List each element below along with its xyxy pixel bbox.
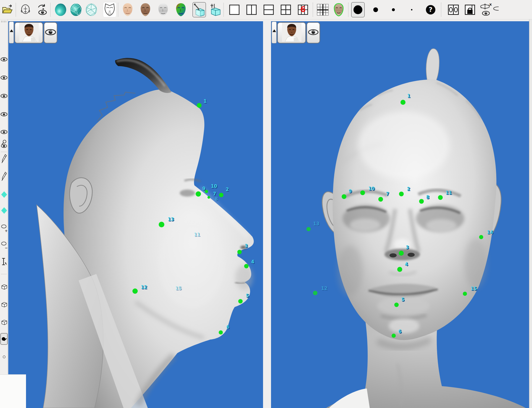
point-size-large-button[interactable] (369, 2, 382, 17)
point-size-small-button[interactable] (405, 2, 419, 17)
landmark-dot-2[interactable] (399, 192, 404, 196)
point-size-xl-button[interactable] (351, 2, 365, 17)
profile-3d-canvas[interactable]: 1910728131134121556 (8, 21, 263, 408)
landmark-dot-11[interactable] (438, 195, 443, 200)
view-rotate-cube-button[interactable] (192, 2, 206, 17)
frontal-visibility-button[interactable] (306, 22, 320, 43)
point-size-medium-button[interactable] (387, 2, 400, 17)
rotate-x-glyph: x (489, 2, 492, 6)
profile-visibility-button[interactable] (44, 22, 57, 43)
landmark-dot-aux[interactable] (207, 196, 210, 199)
frontal-3d-canvas[interactable]: 191072811131434121556 (271, 21, 529, 408)
sidebar-eye-4-button[interactable] (0, 110, 8, 119)
sidebar-small-circle-button[interactable] (0, 352, 8, 361)
sidebar-diamond-2-button[interactable] (0, 207, 8, 216)
sidebar-diamond-1-button[interactable] (0, 191, 8, 200)
point-small-icon (410, 8, 414, 12)
frontal-landmark-layer: 191072811131434121556 (271, 21, 529, 408)
layout-grid-button[interactable] (316, 2, 330, 17)
landmark-dot-3[interactable] (399, 251, 404, 256)
landmark-label-4: 4 (405, 262, 408, 267)
landmark-dot-5[interactable] (238, 299, 243, 303)
viewport-divider[interactable] (263, 19, 271, 408)
sidebar-eye-2-button[interactable] (0, 74, 8, 83)
point-xl-icon (352, 4, 364, 16)
shaded-sphere-button[interactable] (54, 2, 67, 17)
landmark-dot-14[interactable] (479, 235, 483, 239)
landmark-dot-15[interactable] (463, 292, 467, 296)
landmark-label-7: 7 (213, 191, 216, 197)
landmark-dot-6[interactable] (219, 330, 223, 334)
landmark-label-13: 13 (313, 221, 319, 226)
layout-six-button[interactable]: 6 (296, 2, 310, 17)
landmark-dot-9[interactable] (342, 194, 346, 199)
landmark-dot-4[interactable] (244, 264, 249, 268)
sidebar-grip[interactable] (1, 21, 7, 22)
sidebar-eye-3-button[interactable] (0, 92, 8, 101)
lock-window-button[interactable] (463, 2, 477, 17)
heatmap-face-button[interactable] (174, 2, 188, 17)
texture-face-button[interactable] (121, 2, 134, 17)
wireframe-sphere-button[interactable] (85, 2, 98, 17)
cube-rotate-icon (193, 3, 205, 16)
sidebar-eye-1-button[interactable] (0, 56, 8, 64)
sidebar-pen-1-button[interactable] (0, 155, 8, 164)
head-orientation-button[interactable] (19, 2, 32, 17)
rotate-view-button[interactable] (35, 2, 49, 17)
eye-icon (1, 57, 7, 63)
compare-windows-button[interactable] (447, 2, 460, 17)
profile-landmark-layer: 1910728131134121556 (8, 21, 263, 408)
landmark-dot-1[interactable] (400, 100, 406, 105)
sidebar-box-1-button[interactable] (0, 283, 8, 292)
faceted-sphere-button[interactable] (69, 2, 83, 17)
layout-single-button[interactable] (228, 2, 241, 17)
gray-surface-face-button[interactable] (156, 2, 170, 17)
profile-thumb-scrollbar[interactable] (9, 22, 14, 43)
landmark-dot-9[interactable] (196, 191, 201, 197)
view-pan-cube-button[interactable] (208, 2, 222, 17)
landmark-dot-13[interactable] (306, 227, 311, 231)
sidebar-remove-point-button[interactable]: − (0, 240, 8, 249)
face-landmark-outline-button[interactable] (332, 2, 346, 17)
profile-patient-thumbnail-button[interactable] (14, 22, 43, 43)
landmark-label-1: 1 (407, 93, 410, 99)
layout-four-button[interactable] (279, 2, 293, 17)
landmark-dot-12[interactable] (132, 288, 138, 294)
landmark-label-10: 10 (369, 186, 375, 191)
landmark-dot-3[interactable] (237, 250, 242, 254)
open-file-button[interactable] (1, 2, 14, 17)
scroll-up-icon[interactable] (273, 30, 276, 32)
layout-two-horizontal-button[interactable] (262, 2, 275, 17)
landmark-label-8: 8 (215, 196, 218, 202)
texture-dark-face-button[interactable] (139, 2, 152, 17)
landmark-dot-13[interactable] (159, 222, 164, 227)
landmark-dot-1[interactable] (197, 103, 202, 108)
landmark-dot-10[interactable] (360, 190, 365, 195)
landmark-dot-6[interactable] (392, 334, 396, 338)
frontal-view-header (271, 21, 320, 45)
heatmap-face-icon (174, 3, 187, 17)
sidebar-add-point-button[interactable]: + (0, 223, 8, 232)
sidebar-box-2-button[interactable] (0, 301, 8, 309)
frontal-patient-thumbnail-button[interactable] (277, 22, 306, 43)
mask-view-button[interactable] (103, 2, 116, 17)
sidebar-box-3-button[interactable] (0, 318, 8, 327)
landmark-dot-4[interactable] (397, 267, 402, 272)
sidebar-select-button[interactable] (0, 258, 8, 267)
frontal-thumb-scrollbar[interactable] (272, 22, 277, 43)
sidebar-pen-2-button[interactable] (0, 172, 8, 181)
sidebar-point-display-button[interactable] (0, 333, 8, 345)
sidebar-zoom-eye-button[interactable] (0, 140, 8, 149)
landmark-dot-12[interactable] (313, 291, 317, 295)
rotate-partial-button[interactable] (493, 2, 499, 17)
landmark-dot-5[interactable] (394, 303, 399, 307)
landmark-dot-7[interactable] (378, 197, 383, 202)
landmark-dot-2[interactable] (219, 193, 223, 197)
layout-two-vertical-button[interactable] (245, 2, 258, 17)
sidebar-eye-5-button[interactable] (0, 128, 8, 137)
rotate-x-eye-button[interactable]: x (479, 2, 493, 17)
scroll-up-icon[interactable] (10, 30, 13, 32)
help-button[interactable]: ? (424, 2, 437, 17)
landmark-dot-aux[interactable] (205, 190, 208, 193)
landmark-dot-8[interactable] (419, 199, 424, 204)
